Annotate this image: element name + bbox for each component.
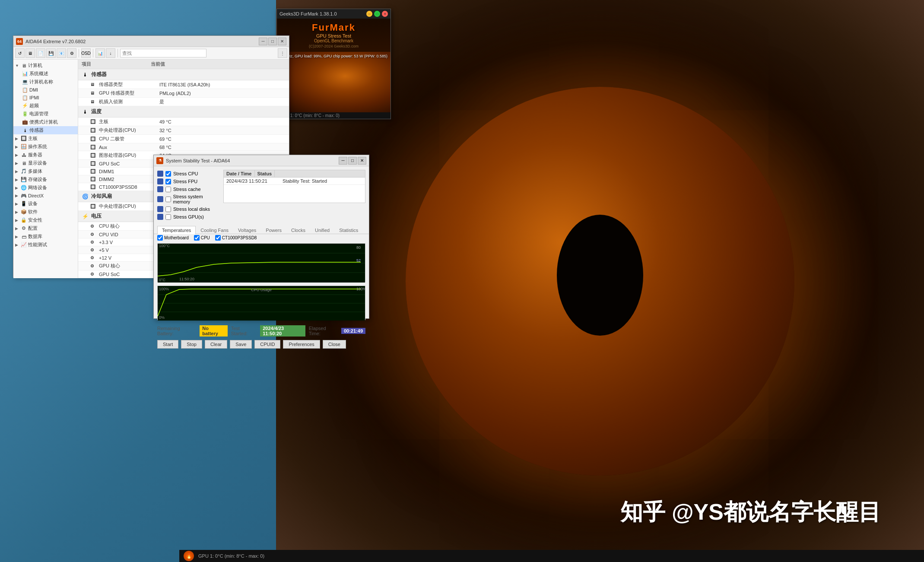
ssd-temp-label: CT1000P3PSSD8 xyxy=(99,184,159,190)
sidebar-item-computer[interactable]: ▼ 🖥 计算机 xyxy=(13,61,78,70)
stress-memory-checkbox[interactable] xyxy=(165,197,171,202)
tree-arrow-database: ▶ xyxy=(15,235,19,239)
toolbar-search xyxy=(120,49,277,57)
sidebar-item-database[interactable]: ▶ 🗃 数据库 xyxy=(13,232,78,241)
sidebar-item-sensors[interactable]: 🌡 传感器 xyxy=(13,126,78,134)
sidebar-label-ipmi: IPMI xyxy=(29,95,39,100)
sidebar-item-storage[interactable]: ▶ 💾 存储设备 xyxy=(13,175,78,184)
sidebar-item-network[interactable]: ▶ 🌐 网络设备 xyxy=(13,184,78,192)
sidebar-item-multimedia[interactable]: ▶ 🎵 多媒体 xyxy=(13,167,78,175)
toolbar-save-btn[interactable]: 💾 xyxy=(46,48,56,58)
tab-temperatures[interactable]: Temperatures xyxy=(157,226,196,234)
toolbar-report-btn[interactable]: 📄 xyxy=(36,48,45,58)
stress-gpu-checkbox[interactable] xyxy=(165,214,171,220)
toolbar-refresh-btn[interactable]: ↺ xyxy=(15,48,25,58)
sidebar-item-computername[interactable]: 💻 计算机名称 xyxy=(13,78,78,86)
stability-minimize-btn[interactable]: ─ xyxy=(339,157,347,165)
sidebar-item-server[interactable]: ▶ 🖧 服务器 xyxy=(13,151,78,159)
portable-icon: 💼 xyxy=(22,119,28,125)
toolbar-osd-btn[interactable]: OSD xyxy=(81,48,91,58)
sidebar-label-database: 数据库 xyxy=(28,233,42,240)
sidebar-item-config[interactable]: ▶ ⚙ 配置 xyxy=(13,224,78,232)
sidebar-item-os[interactable]: ▶ 🪟 操作系统 xyxy=(13,143,78,151)
toolbar-separator3 xyxy=(117,49,118,57)
dimm2-temp-icon: 🔲 xyxy=(90,177,97,181)
gpu-soc-v-label: GPU SoC xyxy=(99,272,159,277)
aida-close-btn[interactable]: ✕ xyxy=(278,38,286,45)
cpuid-button[interactable]: CPUID xyxy=(254,340,280,349)
stress-cache-checkbox[interactable] xyxy=(165,187,171,192)
furmark-status-bar: GPU 1: 0°C (min: 8°C - max: 0) xyxy=(277,112,391,119)
stability-close-btn[interactable]: ✕ xyxy=(358,157,366,165)
watermark-text: 知乎 @YS都说名字长醒目 xyxy=(620,497,881,527)
aida-maximize-btn[interactable]: □ xyxy=(268,38,277,45)
stop-button[interactable]: Stop xyxy=(181,340,202,349)
sidebar-item-ipmi[interactable]: 📋 IPMI xyxy=(13,94,78,102)
toolbar-settings-btn[interactable]: ⚙ xyxy=(67,48,76,58)
legend-ssd-checkbox[interactable] xyxy=(215,235,221,241)
sidebar-item-directx[interactable]: ▶ 🎮 DirectX xyxy=(13,192,78,200)
legend-motherboard-checkbox[interactable] xyxy=(157,235,163,241)
sidebar-label-display: 显示设备 xyxy=(28,160,47,166)
start-button[interactable]: Start xyxy=(157,340,178,349)
stability-titlebar: ⚗ System Stability Test - AIDA64 ─ □ ✕ xyxy=(154,155,369,166)
fan-section-title: 冷却风扇 xyxy=(91,193,112,200)
sidebar-item-benchmark[interactable]: ▶ 📈 性能测试 xyxy=(13,241,78,249)
cpu-vid-label: CPU VID xyxy=(99,232,159,237)
tab-unified[interactable]: Unified xyxy=(310,226,334,234)
toolbar-download-btn[interactable]: ↓ xyxy=(106,48,115,58)
sidebar-label-computername: 计算机名称 xyxy=(29,79,53,85)
tree-arrow-motherboard: ▶ xyxy=(15,137,19,141)
furmark-window: Geeks3D FurMark 1.38.1.0 ─ □ ✕ FurMark G… xyxy=(276,9,391,119)
stress-fpu-checkbox[interactable] xyxy=(165,179,171,184)
legend-motherboard: Motherboard xyxy=(157,235,189,241)
toolbar-email-btn[interactable]: 📧 xyxy=(57,48,66,58)
sidebar-item-overview[interactable]: 📊 系统概述 xyxy=(13,70,78,78)
legend-cpu-checkbox[interactable] xyxy=(194,235,200,241)
tree-arrow-security: ▶ xyxy=(15,218,19,222)
stability-title-left: ⚗ System Stability Test - AIDA64 xyxy=(156,157,230,164)
save-button[interactable]: Save xyxy=(230,340,252,349)
toolbar-computer-btn[interactable]: 🖥 xyxy=(25,48,35,58)
temp-section-title: 温度 xyxy=(91,108,102,115)
close-button[interactable]: Close xyxy=(323,340,346,349)
furmark-maximize-btn[interactable]: □ xyxy=(374,11,380,17)
sidebar-item-devices[interactable]: ▶ 📱 设备 xyxy=(13,200,78,208)
tree-arrow-server: ▶ xyxy=(15,153,19,157)
sensor-type-row: 🖥 传感器类型 ITE IT8613E (ISA A20h) xyxy=(78,80,289,89)
sidebar-item-motherboard[interactable]: ▶ 🔲 主板 xyxy=(13,134,78,143)
stress-cpu-checkbox[interactable] xyxy=(165,171,171,177)
sidebar-item-software[interactable]: ▶ 📦 软件 xyxy=(13,208,78,216)
tab-clocks[interactable]: Clocks xyxy=(286,226,310,234)
server-icon: 🖧 xyxy=(21,152,27,158)
sidebar-item-dmi[interactable]: 📋 DMI xyxy=(13,86,78,94)
battery-label: Remaining Battery: xyxy=(157,326,196,336)
toolbar-menu-btn[interactable]: ⋮ xyxy=(278,48,287,58)
tab-voltages[interactable]: Voltages xyxy=(233,226,261,234)
sidebar-item-display[interactable]: ▶ 🖥 显示设备 xyxy=(13,159,78,167)
sidebar-label-config: 配置 xyxy=(28,225,38,232)
tab-statistics[interactable]: Statistics xyxy=(334,226,363,234)
sidebar-item-overclock[interactable]: ⚡ 超频 xyxy=(13,102,78,110)
toolbar-separator2 xyxy=(93,49,93,57)
toolbar-monitor-btn[interactable]: 📊 xyxy=(95,48,105,58)
sidebar-item-security[interactable]: ▶ 🔒 安全性 xyxy=(13,216,78,224)
preferences-button[interactable]: Preferences xyxy=(283,340,320,349)
cpu-diode-row: 🔲 CPU 二极管 69 °C xyxy=(78,135,289,143)
furmark-close-btn[interactable]: ✕ xyxy=(382,11,388,17)
furmark-bottom-icon: 🔥 xyxy=(184,551,194,561)
sidebar-item-power[interactable]: 🔋 电源管理 xyxy=(13,110,78,118)
tab-powers[interactable]: Powers xyxy=(261,226,286,234)
furmark-minimize-btn[interactable]: ─ xyxy=(366,11,372,17)
test-started-label: Test Started: xyxy=(231,326,257,336)
aida-minimize-btn[interactable]: ─ xyxy=(259,38,267,45)
stress-gpu-label: Stress GPU(s) xyxy=(173,214,204,219)
stability-maximize-btn[interactable]: □ xyxy=(348,157,357,165)
clear-button[interactable]: Clear xyxy=(205,340,227,349)
cpu-fan-icon: 🔲 xyxy=(90,204,97,209)
furmark-opengl-label: OpenGL Benchmark xyxy=(280,38,387,43)
sidebar-item-portable[interactable]: 💼 便携式计算机 xyxy=(13,118,78,126)
search-input[interactable] xyxy=(120,49,206,57)
stress-disks-checkbox[interactable] xyxy=(165,206,171,212)
tab-cooling-fans[interactable]: Cooling Fans xyxy=(196,226,233,234)
